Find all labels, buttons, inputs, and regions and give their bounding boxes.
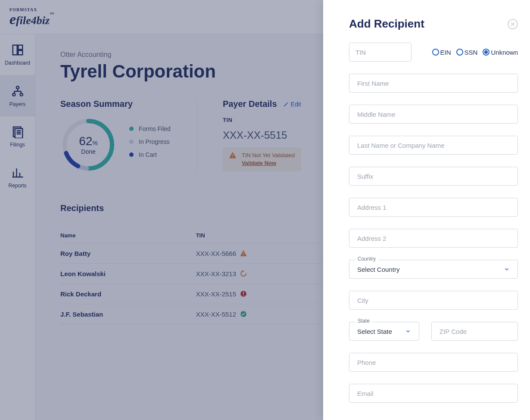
logo-big-text: efile4biz™ [9,12,54,27]
close-panel-button[interactable]: ✕ [508,19,518,29]
sidebar: Dashboard Payers Filings Reports [0,34,35,420]
close-icon: ✕ [510,21,515,28]
donut-chart: 62% Done [60,117,116,173]
sidebar-item-payers[interactable]: Payers [0,75,35,116]
status-ok-icon [240,310,247,318]
status-pending-icon [240,270,247,277]
svg-rect-1 [18,45,22,50]
tin-label: TIN [223,117,301,123]
dashboard-icon [11,44,24,56]
tin-warning: TIN Not Yet Validated Validate Now [223,147,301,171]
country-select[interactable]: Select Country [349,260,518,279]
svg-point-5 [20,93,22,96]
validate-now-link[interactable]: Validate Now [242,160,276,166]
address1-input[interactable] [349,198,518,217]
country-select-wrap: Country Select Country [349,260,518,279]
recipient-name[interactable]: Roy Batty [60,243,196,264]
panel-title: Add Recipient [349,17,424,31]
recipient-name[interactable]: Leon Kowalski [60,264,196,284]
warning-icon [229,152,237,159]
svg-point-14 [243,255,244,255]
state-select-wrap: State Select State [349,322,419,341]
radio-icon [432,49,439,56]
filings-icon [11,125,24,138]
svg-rect-2 [18,50,22,55]
radio-icon [456,49,463,56]
logo: FORMSTAX efile4biz™ [9,7,54,27]
address2-input[interactable] [349,229,518,248]
tin-value: XXX-XX-5515 [223,129,301,141]
suffix-input[interactable] [349,167,518,186]
sidebar-item-reports[interactable]: Reports [0,157,35,198]
sidebar-item-dashboard[interactable]: Dashboard [0,34,35,75]
state-select[interactable]: Select State [349,322,419,341]
recipient-name[interactable]: Rick Deckard [60,284,196,304]
status-error-icon [240,290,247,298]
svg-point-16 [243,295,244,296]
legend-label: Forms Filed [139,125,171,132]
chevron-down-icon [405,328,411,334]
recipient-name[interactable]: J.F. Sebastian [60,304,196,324]
phone-input[interactable] [349,353,518,372]
reports-icon [11,166,24,179]
logo-small-text: FORMSTAX [9,7,54,12]
svg-point-3 [16,86,19,89]
donut-done-label: Done [81,148,95,155]
svg-rect-0 [12,45,17,55]
warn-text: TIN Not Yet Validated [242,152,295,159]
payer-heading: Payer Details [223,99,277,109]
recipients-heading: Recipients [60,203,104,213]
tin-type-radio-group: EIN SSN Unknown [418,49,518,56]
last-name-input[interactable] [349,136,518,155]
radio-icon [483,49,489,56]
first-name-input[interactable] [349,74,518,93]
payers-icon [11,85,24,98]
radio-ssn[interactable]: SSN [456,49,478,56]
radio-ein[interactable]: EIN [432,49,451,56]
col-name[interactable]: Name [60,228,196,243]
email-input[interactable] [349,384,518,403]
radio-unknown[interactable]: Unknown [483,49,518,56]
season-heading: Season Summary [60,99,171,109]
edit-payer-link[interactable]: Edit [283,101,301,108]
donut-percent: 62 [79,134,92,148]
legend-label: In Progress [139,138,170,145]
legend-dot [129,140,134,144]
sidebar-label: Reports [8,183,26,189]
tin-input[interactable] [349,43,412,62]
city-input[interactable] [349,291,518,310]
sidebar-label: Dashboard [5,60,30,66]
legend-label: In Cart [139,151,157,158]
middle-name-input[interactable] [349,105,518,124]
legend-dot [129,127,134,131]
zip-input[interactable] [431,322,518,341]
pencil-icon [283,101,289,107]
svg-point-12 [232,157,233,158]
svg-point-4 [12,93,15,96]
sidebar-label: Payers [9,101,25,107]
donut-legend: Forms Filed In Progress In Cart [129,125,171,164]
payer-details: Payer Details Edit TIN XXX-XX-5515 TIN N… [196,99,301,173]
state-label: State [355,318,372,324]
season-summary: Season Summary 62% Done Forms Filed [60,99,171,173]
sidebar-label: Filings [10,142,25,148]
country-label: Country [355,256,378,262]
chevron-down-icon [504,266,510,272]
add-recipient-panel: Add Recipient ✕ EIN SSN Unknown Country [323,0,530,420]
status-warn-icon [240,249,247,257]
sidebar-item-filings[interactable]: Filings [0,116,35,157]
legend-dot [129,152,134,157]
